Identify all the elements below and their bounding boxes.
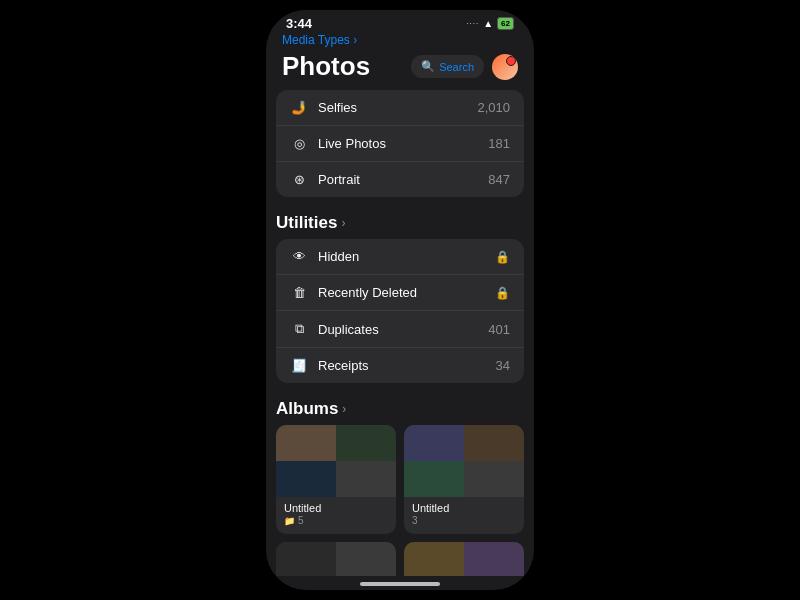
duplicates-icon: ⧉	[290, 321, 308, 337]
header-row: Photos 🔍 Search	[266, 51, 534, 90]
live-photos-icon: ◎	[290, 136, 308, 151]
folder-icon: 📁	[284, 516, 295, 526]
status-icons: ···· ▲ 62	[466, 17, 514, 30]
thumb-cell	[404, 425, 464, 461]
thumb-cell	[336, 461, 396, 497]
thumb-cell	[336, 425, 396, 461]
page-title: Photos	[282, 51, 370, 82]
album-name: Untitled	[412, 502, 516, 514]
album-card-k[interactable]: k	[276, 542, 396, 576]
thumb-cell	[336, 542, 396, 576]
albums-chevron-icon: ›	[342, 402, 346, 416]
thumb-cell	[276, 461, 336, 497]
thumb-cell	[276, 425, 336, 461]
list-item-live-photos[interactable]: ◎ Live Photos 181	[276, 126, 524, 162]
albums-grid: Untitled 📁 5	[266, 425, 534, 576]
album-thumb-untitled1	[276, 425, 396, 497]
list-item-hidden[interactable]: 👁 Hidden 🔒	[276, 239, 524, 275]
duplicates-label: Duplicates	[318, 322, 488, 337]
hidden-lock-icon: 🔒	[495, 250, 510, 264]
album-count: 5	[298, 515, 304, 526]
breadcrumb[interactable]: Media Types ›	[266, 33, 534, 51]
album-card-pinterest[interactable]: Pinterest 212	[404, 542, 524, 576]
receipts-label: Receipts	[318, 358, 496, 373]
album-card-untitled2[interactable]: Untitled 3	[404, 425, 524, 534]
album-thumb-untitled2	[404, 425, 524, 497]
phone-frame: 3:44 ···· ▲ 62 Media Types › Photos 🔍 Se…	[266, 10, 534, 590]
utilities-chevron-icon: ›	[341, 216, 345, 230]
list-item-recently-deleted[interactable]: 🗑 Recently Deleted 🔒	[276, 275, 524, 311]
duplicates-count: 401	[488, 322, 510, 337]
scroll-indicator	[360, 582, 440, 586]
thumb-cell	[276, 542, 336, 576]
status-bar: 3:44 ···· ▲ 62	[266, 10, 534, 33]
status-time: 3:44	[286, 16, 312, 31]
album-info: Untitled 3	[404, 497, 524, 534]
portrait-label: Portrait	[318, 172, 488, 187]
thumb-cell	[404, 542, 464, 576]
live-photos-label: Live Photos	[318, 136, 488, 151]
thumb-cell	[464, 425, 524, 461]
album-info: Untitled 📁 5	[276, 497, 396, 534]
recently-deleted-label: Recently Deleted	[318, 285, 495, 300]
thumb-cell	[404, 461, 464, 497]
search-button[interactable]: 🔍 Search	[411, 55, 484, 78]
search-icon: 🔍	[421, 60, 435, 73]
album-thumb-pinterest	[404, 542, 524, 576]
receipts-icon: 🧾	[290, 358, 308, 373]
scroll-content: 🤳 Selfies 2,010 ◎ Live Photos 181 ⊛ Port…	[266, 90, 534, 576]
list-item-portrait[interactable]: ⊛ Portrait 847	[276, 162, 524, 197]
signal-dots: ····	[466, 19, 479, 28]
wifi-icon: ▲	[483, 18, 493, 29]
receipts-count: 34	[496, 358, 510, 373]
trash-icon: 🗑	[290, 285, 308, 300]
avatar[interactable]	[492, 54, 518, 80]
album-count: 3	[412, 515, 418, 526]
album-card-untitled1[interactable]: Untitled 📁 5	[276, 425, 396, 534]
hidden-icon: 👁	[290, 249, 308, 264]
album-count-row: 3	[412, 515, 516, 526]
deleted-lock-icon: 🔒	[495, 286, 510, 300]
portrait-count: 847	[488, 172, 510, 187]
album-thumb-k	[276, 542, 396, 576]
albums-heading-row[interactable]: Albums ›	[266, 399, 534, 425]
album-name: Untitled	[284, 502, 388, 514]
header-actions: 🔍 Search	[411, 54, 518, 80]
photos-section-card: 🤳 Selfies 2,010 ◎ Live Photos 181 ⊛ Port…	[276, 90, 524, 197]
album-count-row: 📁 5	[284, 515, 388, 526]
list-item-selfies[interactable]: 🤳 Selfies 2,010	[276, 90, 524, 126]
live-photos-count: 181	[488, 136, 510, 151]
list-item-duplicates[interactable]: ⧉ Duplicates 401	[276, 311, 524, 348]
utilities-heading-row[interactable]: Utilities ›	[266, 213, 534, 239]
utilities-heading: Utilities	[276, 213, 337, 233]
selfies-icon: 🤳	[290, 100, 308, 115]
hidden-label: Hidden	[318, 249, 495, 264]
albums-heading: Albums	[276, 399, 338, 419]
portrait-icon: ⊛	[290, 172, 308, 187]
utilities-section-card: 👁 Hidden 🔒 🗑 Recently Deleted 🔒 ⧉ Duplic…	[276, 239, 524, 383]
battery-badge: 62	[497, 17, 514, 30]
thumb-cell	[464, 461, 524, 497]
selfies-label: Selfies	[318, 100, 477, 115]
thumb-cell	[464, 542, 524, 576]
list-item-receipts[interactable]: 🧾 Receipts 34	[276, 348, 524, 383]
selfies-count: 2,010	[477, 100, 510, 115]
